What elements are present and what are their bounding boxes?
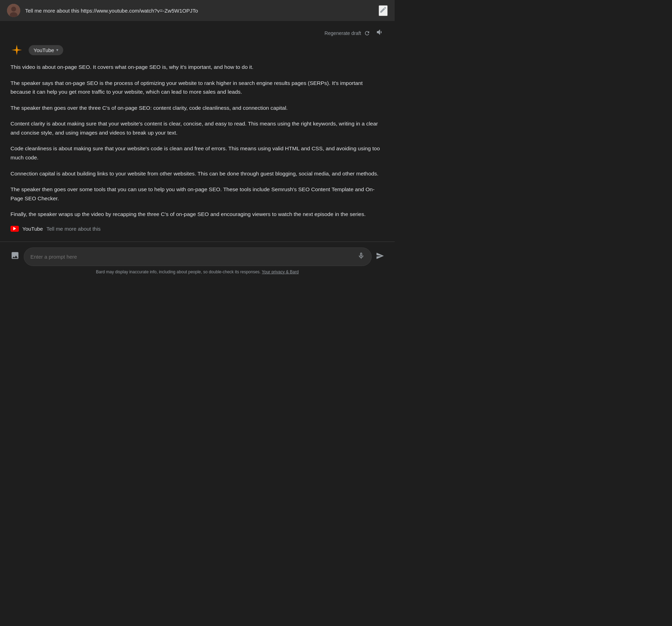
response-paragraph-1: This video is about on-page SEO. It cove… — [10, 63, 384, 72]
regenerate-button[interactable]: Regenerate draft — [324, 30, 370, 36]
response-text: This video is about on-page SEO. It cove… — [10, 63, 384, 219]
header-left: Tell me more about this https://www.yout… — [7, 4, 198, 17]
avatar-image — [7, 4, 20, 17]
svg-point-1 — [11, 7, 16, 12]
chevron-down-icon: ▾ — [56, 48, 58, 52]
disclaimer: Bard may display inaccurate info, includ… — [10, 269, 384, 277]
response-paragraph-2: The speaker says that on-page SEO is the… — [10, 79, 384, 96]
response-paragraph-5: Code cleanliness is about making sure th… — [10, 144, 384, 162]
response-paragraph-3: The speaker then goes over the three C's… — [10, 103, 384, 113]
response-paragraph-6: Connection capital is about building lin… — [10, 169, 384, 178]
input-row — [10, 247, 384, 266]
regenerate-icon — [364, 30, 370, 36]
disclaimer-link[interactable]: Your privacy & Bard — [262, 269, 299, 274]
youtube-icon — [10, 226, 19, 232]
microphone-button[interactable] — [357, 252, 365, 261]
response-paragraph-4: Content clarity is about making sure tha… — [10, 119, 384, 137]
prompt-input-container — [24, 247, 372, 266]
source-action-text: Tell me more about this — [46, 226, 101, 232]
source-row: YouTube Tell me more about this — [10, 226, 384, 232]
youtube-play-triangle — [13, 227, 16, 230]
prompt-input[interactable] — [30, 254, 354, 260]
youtube-pill-label: YouTube — [34, 47, 54, 53]
header-bar: Tell me more about this https://www.yout… — [0, 0, 395, 21]
response-paragraph-7: The speaker then goes over some tools th… — [10, 185, 384, 203]
source-youtube-label: YouTube — [22, 226, 43, 232]
response-paragraph-8: Finally, the speaker wraps up the video … — [10, 210, 384, 219]
speaker-button[interactable] — [376, 28, 384, 38]
speaker-icon — [376, 28, 384, 36]
send-icon — [376, 252, 384, 260]
microphone-icon — [357, 252, 365, 260]
image-upload-icon — [10, 251, 20, 260]
action-bar: Regenerate draft — [10, 28, 384, 38]
bottom-bar: Bard may display inaccurate info, includ… — [0, 242, 395, 280]
send-button[interactable] — [376, 252, 384, 262]
header-title: Tell me more about this https://www.yout… — [25, 8, 198, 14]
regenerate-label: Regenerate draft — [324, 30, 361, 36]
disclaimer-text: Bard may display inaccurate info, includ… — [96, 269, 261, 274]
response-header: YouTube ▾ — [10, 44, 384, 56]
main-content: Regenerate draft — [0, 21, 395, 232]
edit-button[interactable] — [379, 5, 388, 16]
bard-spark-icon — [10, 44, 23, 56]
image-upload-button[interactable] — [10, 251, 20, 262]
avatar — [7, 4, 20, 17]
youtube-pill-button[interactable]: YouTube ▾ — [29, 45, 63, 55]
